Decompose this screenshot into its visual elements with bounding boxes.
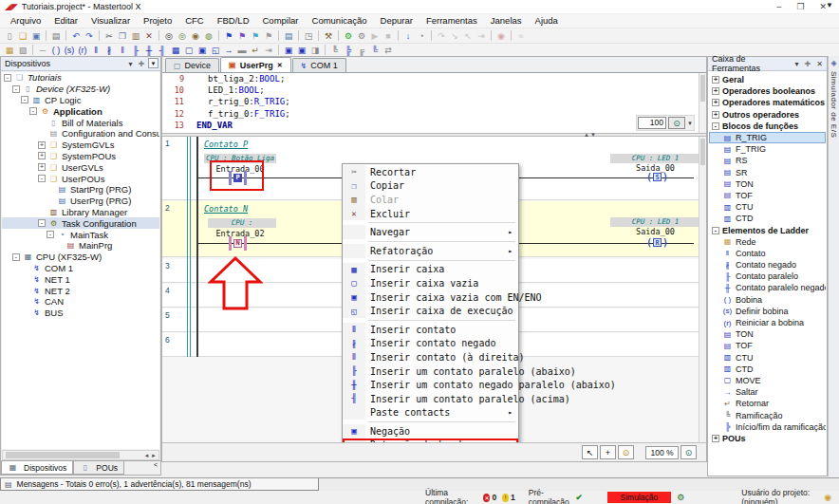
set-reset-icon[interactable]: ◨ — [308, 44, 322, 56]
ladder-vscrollbar[interactable] — [699, 137, 706, 442]
messages-icon[interactable]: ▤ — [282, 29, 295, 42]
menu-item[interactable]: Visualizar — [84, 14, 137, 28]
step-into-icon[interactable]: ↘ — [448, 29, 461, 42]
expander-icon[interactable]: - — [12, 253, 20, 261]
parallel-negated-contact-icon[interactable]: ╫ — [142, 44, 156, 56]
toolbox-item[interactable]: - Elementos de Ladder — [709, 224, 826, 235]
edge-contact-n[interactable]: N — [229, 236, 248, 251]
toolbox-item[interactable]: ↵ Retornar — [709, 398, 826, 409]
ladder-zoom-level[interactable]: 100 % — [645, 446, 679, 459]
context-menu-item[interactable]: ▣ Detecção de borda — [343, 439, 518, 442]
reset-coil[interactable]: (R) — [646, 237, 668, 248]
insert-box-eneno-icon[interactable]: ▣ — [196, 44, 209, 56]
expander-icon[interactable]: + — [38, 152, 46, 159]
context-menu-item[interactable]: ◱ Inserir caixa de execução — [343, 304, 518, 318]
messages-window-tab[interactable]: ▤ Mensagens - Totais 0 erro(s), 1 advert… — [0, 478, 319, 491]
pin-icon[interactable]: ✛ — [805, 60, 811, 68]
contact-right-icon[interactable]: ǁ — [116, 44, 129, 56]
toolbox-item[interactable]: → Saltar — [709, 386, 826, 398]
replace-icon[interactable]: ◉ — [189, 29, 202, 42]
panel-close-icon[interactable]: ✕ — [816, 60, 823, 68]
insert-branch-above-icon[interactable]: ╔ — [355, 44, 368, 56]
menu-item[interactable]: Arquivo — [4, 14, 47, 28]
toolbox-item[interactable]: ▢ MOVE — [709, 375, 826, 386]
menu-item[interactable]: Comunicação — [306, 14, 374, 28]
tab-close-icon[interactable]: ✕ — [277, 62, 283, 69]
coil-icon[interactable]: ( ) — [49, 44, 63, 56]
expander-icon[interactable]: - — [712, 122, 719, 130]
toolbox-item[interactable]: + POUs — [709, 433, 826, 444]
menu-item[interactable]: CFC — [178, 14, 211, 28]
redo-icon[interactable]: ↷ — [83, 29, 96, 42]
toolbox-item[interactable]: + Outros operadores — [709, 109, 826, 121]
negation-icon[interactable]: ▣ — [282, 44, 295, 56]
zoom-value-input[interactable]: 100 — [638, 117, 666, 129]
tab-pous[interactable]: ▯ POUs — [73, 461, 124, 475]
input-icon[interactable]: ⇥ — [262, 44, 275, 56]
toolbox-item[interactable]: ▦ Rede — [709, 236, 826, 248]
toolbox-item[interactable]: ▤ TOF — [709, 190, 826, 201]
expander-icon[interactable]: + — [712, 76, 719, 84]
context-menu-item[interactable]: Paste contacts ▸ — [343, 406, 518, 420]
toolbox-item[interactable]: ▥ CTD — [709, 213, 826, 224]
bookmark-icon[interactable]: ⚑ — [222, 29, 235, 42]
zoom-button[interactable]: ⊙ — [618, 445, 634, 459]
expander-icon[interactable]: - — [4, 74, 11, 82]
tree-item[interactable]: ▥ Library Manager — [2, 207, 159, 218]
run-icon[interactable]: ▶ — [368, 29, 382, 42]
maximize-button[interactable]: ❐ — [796, 2, 804, 11]
tree-item[interactable]: ▤ Configuration and Consumpt — [2, 128, 159, 140]
panel-menu-icon[interactable]: ▾ — [129, 60, 133, 68]
menu-item[interactable]: Ajuda — [529, 14, 565, 28]
select-pointer-button[interactable]: ↖ — [582, 445, 598, 459]
magnifier-icon[interactable]: ⊙ — [668, 117, 685, 129]
expander-icon[interactable]: - — [38, 175, 46, 182]
menu-filter-icon[interactable]: ▼ — [826, 1, 833, 9]
breakpoint-icon[interactable]: ◉ — [494, 29, 508, 42]
zoom-dropdown-icon[interactable]: ▼ — [687, 121, 693, 126]
step-out-icon[interactable]: ↖ — [461, 29, 475, 42]
stop-icon[interactable]: ■ — [382, 29, 395, 42]
tree-item[interactable]: - ▦ CPU (XF325-W) — [2, 252, 159, 263]
toolbox-item[interactable]: ▥ CTU — [709, 352, 826, 364]
pin-icon[interactable]: ✛ — [139, 60, 145, 68]
print-icon[interactable]: ▤ — [49, 29, 63, 42]
toolbox-item[interactable]: (s) Definir bobina — [709, 306, 826, 317]
expander-icon[interactable]: + — [712, 435, 719, 442]
context-menu-item[interactable]: ▢ Inserir caixa vazia — [343, 276, 518, 290]
tree-item[interactable]: ↯ COM 1 — [2, 263, 159, 274]
toolbox-item[interactable]: ▤ TON — [709, 178, 826, 190]
insert-branch-below-icon[interactable]: ╚ — [368, 44, 382, 56]
flow-control-icon[interactable]: ≈ — [514, 29, 528, 42]
coil-variable[interactable]: Saida_00 — [610, 227, 699, 236]
menu-item[interactable]: Projeto — [137, 14, 178, 28]
project-settings-icon[interactable]: ◳ — [302, 29, 315, 42]
expander-icon[interactable]: - — [12, 85, 20, 93]
expander-icon[interactable]: + — [38, 141, 46, 149]
incremental-search-icon[interactable]: ◍ — [202, 29, 215, 42]
tree-item[interactable]: - ▯ Device (XF325-W) — [2, 84, 159, 95]
copy-icon[interactable]: ❐ — [116, 29, 129, 42]
step-over-icon[interactable]: ↷ — [435, 29, 448, 42]
tree-item[interactable]: - ❑ UserPOUs — [2, 173, 159, 184]
online-change-icon[interactable]: ◔ — [415, 29, 428, 42]
toolbox-item[interactable]: + Operadores matemáticos — [709, 97, 826, 108]
context-menu-item[interactable]: Refatoração ▸ — [343, 244, 518, 258]
minimize-button[interactable]: – — [776, 2, 781, 11]
toolbox-item[interactable]: - Blocos de funções — [709, 121, 826, 132]
context-menu-item[interactable]: ✕ Excluir — [343, 207, 518, 221]
menu-item[interactable]: FBD/LD — [211, 14, 256, 28]
prev-bookmark-icon[interactable]: ⚑ — [249, 29, 262, 42]
tree-item[interactable]: ▤ UserPrg (PRG) — [2, 196, 159, 207]
tab-scroll-left-button[interactable]: < — [151, 461, 160, 468]
expander-icon[interactable]: + — [712, 99, 719, 106]
context-menu-item[interactable]: ▥ Colar — [343, 193, 518, 207]
toolbox-item[interactable]: ▤ RS — [709, 155, 826, 166]
tree-item[interactable]: ▤ MainPrg — [2, 240, 159, 252]
paste-icon[interactable]: ▥ — [129, 29, 142, 42]
build-icon[interactable]: ⚒ — [322, 29, 335, 42]
devices-hscrollbar[interactable]: ◄ ► — [2, 450, 159, 460]
find-next-icon[interactable]: ◎ — [176, 29, 189, 42]
negated-contact-icon[interactable]: ∦ — [103, 44, 116, 56]
context-menu-item[interactable]: ∦ Inserir contato negado — [343, 337, 518, 351]
